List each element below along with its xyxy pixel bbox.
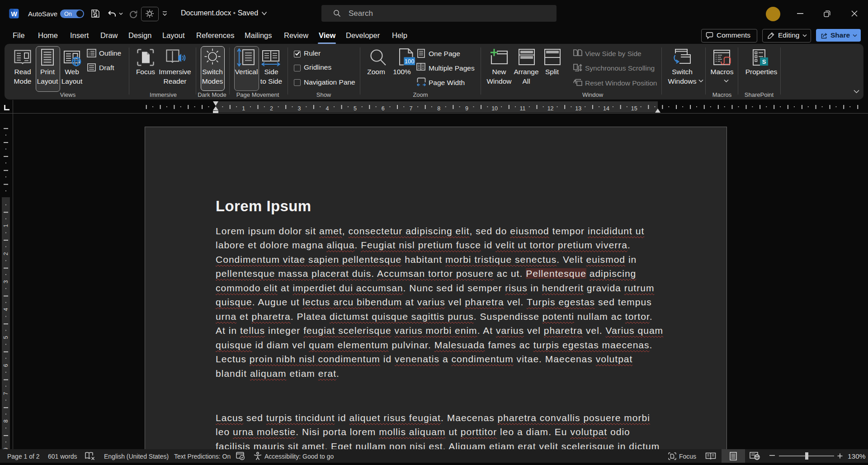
svg-text:S: S xyxy=(762,58,766,65)
svg-text:100: 100 xyxy=(405,58,415,65)
svg-text:W: W xyxy=(11,10,17,18)
